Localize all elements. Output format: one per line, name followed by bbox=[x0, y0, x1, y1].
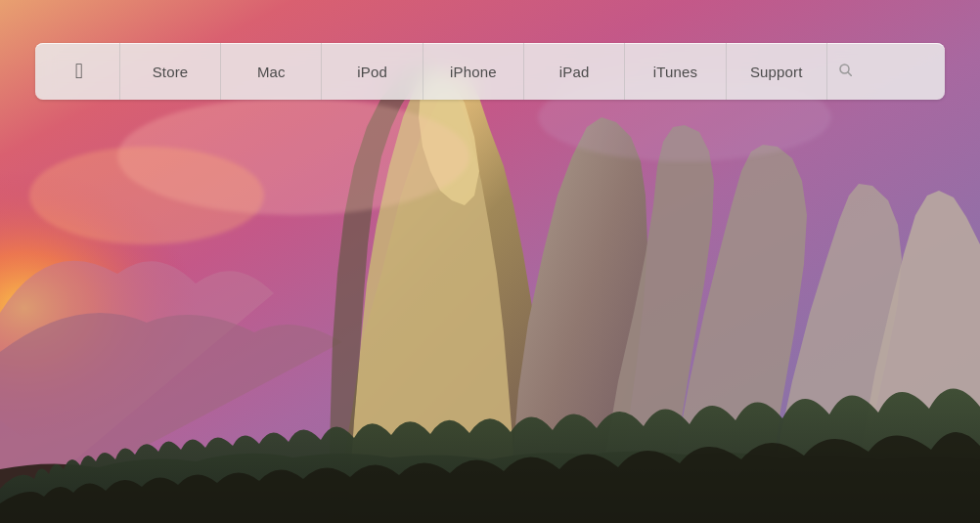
nav-label-ipod: iPod bbox=[357, 64, 387, 80]
search-input[interactable] bbox=[856, 64, 929, 79]
svg-line-6 bbox=[848, 72, 852, 76]
navbar:  Store Mac iPod iPhone iPad iTunes Supp… bbox=[35, 43, 945, 100]
nav-item-apple[interactable]:  bbox=[39, 43, 120, 100]
nav-label-store: Store bbox=[153, 64, 189, 80]
svg-point-4 bbox=[29, 147, 264, 244]
nav-item-ipad[interactable]: iPad bbox=[524, 43, 625, 100]
nav-label-mac: Mac bbox=[257, 64, 286, 80]
nav-item-support[interactable]: Support bbox=[727, 43, 827, 100]
nav-label-itunes: iTunes bbox=[653, 64, 697, 80]
nav-item-ipod[interactable]: iPod bbox=[322, 43, 423, 100]
nav-label-ipad: iPad bbox=[559, 64, 590, 80]
nav-item-iphone[interactable]: iPhone bbox=[423, 43, 524, 100]
nav-label-support: Support bbox=[750, 64, 803, 80]
navbar-container:  Store Mac iPod iPhone iPad iTunes Supp… bbox=[35, 43, 945, 100]
apple-logo-icon:  bbox=[75, 61, 83, 82]
search-icon bbox=[839, 64, 852, 79]
nav-item-itunes[interactable]: iTunes bbox=[625, 43, 726, 100]
nav-label-iphone: iPhone bbox=[450, 64, 497, 80]
nav-item-mac[interactable]: Mac bbox=[221, 43, 322, 100]
nav-item-store[interactable]: Store bbox=[120, 43, 221, 100]
search-container[interactable] bbox=[827, 43, 941, 100]
